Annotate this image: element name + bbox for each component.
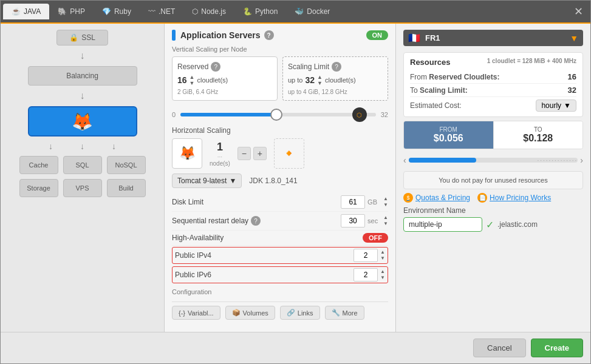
price-from-tag: FROM	[411, 126, 486, 133]
scaling-limit-help-icon[interactable]: ?	[332, 62, 341, 72]
price-from: FROM $0.056	[404, 121, 493, 149]
links-icon: 🔗	[287, 309, 295, 317]
ipv4-input[interactable]	[354, 249, 378, 262]
seq-restart-input[interactable]	[341, 214, 365, 228]
node-count-area: 1 ··· node(s)	[210, 141, 230, 167]
slider-left-arrow[interactable]: ‹	[403, 155, 406, 165]
price-comparison: FROM $0.056 TO $0.128	[403, 121, 583, 149]
resources-title: Resources 1 cloudlet = 128 MiB + 400 MHz	[410, 58, 576, 67]
node-remove-button[interactable]: −	[237, 147, 251, 160]
seq-restart-row: Sequential restart delay ? sec ▲ ▼	[172, 212, 388, 231]
ha-toggle[interactable]: OFF	[363, 233, 388, 243]
flag-icon: 🇫🇷	[408, 32, 420, 44]
node-count: 1	[217, 141, 223, 153]
balancing-button[interactable]: Balancing	[28, 66, 137, 86]
left-panel: 🔒 SSL ↓ Balancing ↓ 🦊 ↓ ↓ ↓ Cache S	[1, 24, 165, 332]
arrow-down-2: ↓	[80, 90, 85, 101]
slider-right-arrow[interactable]: ›	[580, 155, 583, 165]
cancel-button[interactable]: Cancel	[473, 339, 525, 357]
scaling-limit-prefix: up to	[288, 76, 302, 84]
env-name-input[interactable]	[403, 217, 482, 232]
variables-button[interactable]: {-} Variabl...	[172, 306, 220, 320]
node-add-button[interactable]: +	[253, 147, 267, 160]
tab-ruby[interactable]: 💎 Ruby	[94, 4, 140, 19]
selected-node[interactable]: 🦊	[28, 106, 137, 136]
arrow-sql: ↓	[80, 141, 84, 151]
toggle-on-button[interactable]: ON	[366, 30, 389, 40]
db-row: Cache SQL NoSQL	[19, 156, 146, 174]
panel-icon-bar	[172, 30, 176, 41]
tab-python[interactable]: 🐍 Python	[234, 4, 286, 19]
unused-notice-text: You do not pay for unused resources	[439, 177, 547, 184]
slider-thumb-reserved[interactable]	[270, 109, 282, 121]
build-button[interactable]: Build	[107, 179, 146, 197]
region-bar[interactable]: 🇫🇷 FR1 ▼	[403, 30, 583, 46]
disk-limit-unit: GB	[367, 198, 381, 206]
storage-button[interactable]: Storage	[19, 179, 58, 197]
balancing-label: Balancing	[66, 72, 98, 80]
close-button[interactable]: ✕	[569, 2, 588, 21]
nosql-button[interactable]: NoSQL	[107, 156, 146, 174]
how-pricing-icon: 📄	[477, 193, 487, 203]
scaling-limit-value: 32	[305, 75, 315, 85]
disk-limit-input[interactable]	[341, 195, 365, 209]
from-cloudlets-label: From Reserved Cloudlets:	[410, 73, 499, 81]
tab-php-label: PHP	[70, 7, 85, 16]
slider-thumb-limit[interactable]: ⬡	[352, 107, 367, 122]
help-icon[interactable]: ?	[264, 30, 274, 40]
cost-label: Estimated Cost:	[410, 101, 462, 110]
ipv4-spinner[interactable]: ▲ ▼	[380, 249, 385, 261]
ipv4-row: Public IPv4 ▲ ▼	[172, 247, 388, 264]
bottom-buttons: Cancel Create	[1, 332, 590, 363]
seq-restart-unit: sec	[367, 217, 381, 224]
ssl-button[interactable]: 🔒 SSL	[56, 30, 108, 46]
panel-title-text: Application Servers	[180, 30, 261, 40]
scaling-boxes: Reserved ? 16 ▲▼ cloudlet(s) 2 GiB, 6.4 …	[172, 56, 388, 101]
to-scaling-label: To Scaling Limit:	[410, 86, 468, 95]
sql-button[interactable]: SQL	[63, 156, 102, 174]
vps-button[interactable]: VPS	[63, 179, 102, 197]
check-icon: ✓	[486, 219, 494, 231]
seq-restart-help-icon[interactable]: ?	[251, 216, 261, 226]
price-to: TO $0.128	[493, 121, 583, 149]
selects-row: Tomcat 9-latest ▼ JDK 1.8.0_141	[172, 174, 388, 188]
more-icon: 🔧	[332, 309, 340, 317]
tab-ruby-label: Ruby	[114, 7, 131, 16]
reserved-title: Reserved ?	[177, 62, 272, 72]
ipv6-spinner[interactable]: ▲ ▼	[380, 269, 385, 281]
ipv4-value: ▲ ▼	[354, 249, 385, 262]
tab-nodejs[interactable]: ⬡ Node.js	[183, 4, 234, 19]
scaling-limit-spinner[interactable]: ▲▼	[317, 74, 323, 86]
cache-button[interactable]: Cache	[19, 156, 58, 174]
tab-java-label: JAVA	[24, 7, 41, 16]
arrows-row: ↓ ↓ ↓	[49, 141, 116, 151]
tab-net[interactable]: 〰 .NET	[140, 4, 183, 19]
links-button[interactable]: 🔗 Links	[280, 306, 320, 320]
reserved-spinner[interactable]: ▲▼	[190, 74, 195, 86]
tab-java[interactable]: ☕ JAVA	[3, 4, 49, 19]
center-panel: Application Servers ? ON Vertical Scalin…	[165, 24, 396, 332]
volumes-button[interactable]: 📦 Volumes	[225, 306, 275, 320]
tab-docker[interactable]: 🐳 Docker	[286, 4, 338, 19]
more-button[interactable]: 🔧 More	[325, 306, 364, 320]
node-add-remove: − +	[237, 147, 267, 160]
ipv6-input[interactable]	[354, 268, 378, 281]
reserved-unit: cloudlet(s)	[197, 76, 228, 84]
reserved-help-icon[interactable]: ?	[211, 62, 220, 72]
tomcat-dropdown[interactable]: Tomcat 9-latest ▼	[172, 174, 242, 188]
right-slider-fill	[409, 158, 476, 163]
quotas-link[interactable]: $ Quotas & Pricing	[403, 193, 470, 203]
create-button[interactable]: Create	[531, 339, 583, 357]
disk-limit-spinner[interactable]: ▲ ▼	[383, 196, 388, 208]
cost-unit-selector[interactable]: hourly ▼	[536, 99, 576, 112]
region-name: FR1	[425, 33, 565, 42]
net-icon: 〰	[148, 7, 155, 16]
variables-icon: {-}	[179, 309, 185, 317]
seq-restart-spinner[interactable]: ▲ ▼	[383, 215, 388, 227]
right-slider-track[interactable]: ··············	[409, 158, 578, 163]
tab-php[interactable]: 🐘 PHP	[49, 4, 94, 19]
docker-icon: 🐳	[295, 7, 304, 16]
arrow-cache: ↓	[49, 141, 53, 151]
slider-container[interactable]: ⬡ ···	[180, 106, 376, 124]
how-pricing-link[interactable]: 📄 How Pricing Works	[477, 193, 551, 203]
